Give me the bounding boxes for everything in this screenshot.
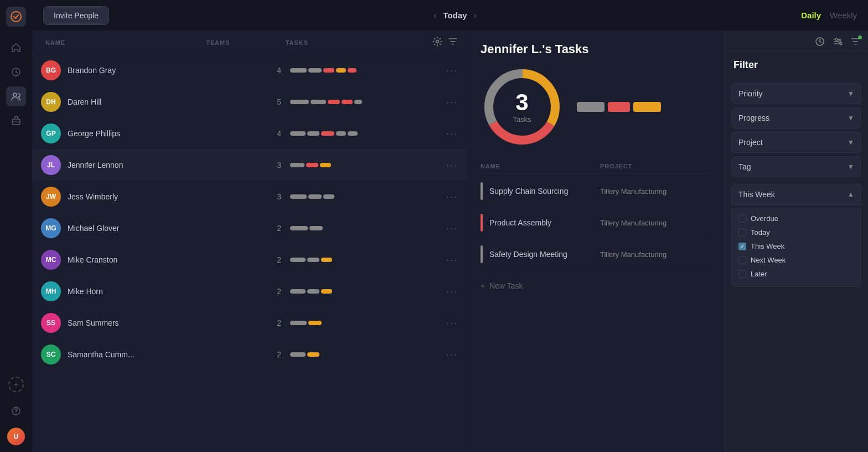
list-item[interactable]: SSSam Summers2···	[32, 307, 467, 339]
more-options-button[interactable]: ···	[446, 254, 458, 266]
more-options-button[interactable]: ···	[446, 223, 458, 234]
task-bar	[320, 163, 331, 167]
table-row[interactable]: Product AssemblyTillery Manufacturing	[480, 207, 711, 239]
tasks-table-header: NAME PROJECT	[480, 160, 711, 173]
next-date-button[interactable]: ›	[474, 11, 477, 20]
new-task-label: New Task	[489, 281, 523, 290]
list-item[interactable]: JWJess Wimberly3···	[32, 181, 467, 213]
tab-daily[interactable]: Daily	[801, 11, 821, 20]
more-options-button[interactable]: ···	[446, 96, 458, 108]
filter-option-next-week[interactable]: Next Week	[738, 253, 854, 267]
task-bars	[290, 352, 416, 357]
person-tasks-area: 2	[272, 287, 416, 296]
new-task-button[interactable]: + New Task	[480, 275, 711, 297]
task-bar	[290, 258, 306, 262]
view-tabs: Daily Weekly	[801, 11, 857, 20]
donut-center: 3 Tasks	[513, 91, 531, 124]
more-options-button[interactable]: ···	[446, 286, 458, 297]
add-workspace-button[interactable]: +	[8, 377, 24, 392]
person-tasks-area: 4	[272, 66, 416, 75]
people-icon[interactable]	[6, 86, 26, 106]
more-options-button[interactable]: ···	[446, 317, 458, 329]
filter-option-today[interactable]: Today	[738, 225, 854, 239]
person-name: Michael Glover	[68, 224, 167, 233]
briefcase-icon[interactable]	[6, 111, 26, 131]
filter-checkbox[interactable]	[738, 215, 746, 223]
toolbar-icons	[432, 37, 458, 49]
more-options-button[interactable]: ···	[446, 65, 458, 76]
task-bar	[342, 100, 353, 104]
filter-option-later[interactable]: Later	[738, 267, 854, 281]
filter-header: Filter	[725, 52, 868, 80]
col-header-tasks: TASKS	[275, 39, 428, 46]
avatar: MC	[41, 250, 61, 270]
settings-icon[interactable]	[432, 37, 442, 49]
task-count: 2	[272, 224, 281, 233]
task-accent	[480, 245, 483, 263]
task-bar	[348, 131, 358, 136]
more-options-button[interactable]: ···	[446, 160, 458, 171]
filter-checkbox[interactable]	[738, 270, 746, 278]
task-bars	[290, 258, 416, 262]
avatar: GP	[41, 124, 61, 143]
avatar: MG	[41, 218, 61, 238]
list-item[interactable]: SCSamantha Cumm...2···	[32, 339, 467, 371]
list-item[interactable]: BGBrandon Gray4···	[32, 55, 467, 86]
task-bar	[348, 68, 356, 73]
filter-dropdown-project[interactable]: Project▼	[731, 132, 861, 153]
settings-filter-icon[interactable]	[833, 37, 843, 49]
filter-panel: Filter Priority▼Progress▼Project▼Tag▼ Th…	[724, 31, 868, 452]
active-filter-icon[interactable]	[850, 37, 860, 49]
date-dropdown-header[interactable]: This Week ▲	[731, 184, 861, 205]
list-item[interactable]: MGMichael Glover2···	[32, 213, 467, 244]
list-item[interactable]: GPGeorge Phillips4···	[32, 118, 467, 150]
home-icon[interactable]	[6, 38, 26, 58]
date-dropdown-label: This Week	[738, 190, 775, 199]
list-item[interactable]: MHMike Horn2···	[32, 276, 467, 307]
filter-dropdown-label: Tag	[738, 162, 751, 171]
more-options-button[interactable]: ···	[446, 349, 458, 361]
legend-bar-orange	[633, 102, 661, 112]
invite-people-button[interactable]: Invite People	[43, 6, 109, 25]
task-bar	[290, 289, 306, 294]
list-item[interactable]: MCMike Cranston2···	[32, 244, 467, 276]
task-count: 2	[272, 319, 281, 327]
person-name: Jennifer Lennon	[68, 161, 167, 170]
filter-icon[interactable]	[448, 37, 458, 49]
filter-checkbox[interactable]	[738, 229, 746, 237]
chevron-down-icon: ▼	[848, 114, 854, 122]
clock-icon[interactable]	[6, 62, 26, 82]
filter-option-overdue[interactable]: Overdue	[738, 212, 854, 225]
tab-weekly[interactable]: Weekly	[830, 11, 857, 20]
task-bar	[307, 289, 319, 294]
help-icon[interactable]	[6, 401, 26, 421]
task-bar	[321, 258, 332, 262]
filter-dropdown-progress[interactable]: Progress▼	[731, 107, 861, 129]
list-item[interactable]: DHDaren Hill5···	[32, 86, 467, 118]
task-bar	[323, 68, 334, 73]
list-item[interactable]: JLJennifer Lennon3···	[32, 150, 467, 181]
table-row[interactable]: Safety Design MeetingTillery Manufacturi…	[480, 239, 711, 270]
avatar: DH	[41, 92, 61, 112]
more-options-button[interactable]: ···	[446, 191, 458, 203]
current-date-label: Today	[443, 11, 467, 20]
filter-checkbox[interactable]	[738, 243, 746, 250]
clock-filter-icon[interactable]	[815, 37, 825, 49]
task-donut-chart: 3 Tasks	[480, 65, 564, 148]
user-avatar[interactable]: U	[7, 428, 25, 445]
filter-option-this-week[interactable]: This Week	[738, 239, 854, 253]
filter-checkbox[interactable]	[738, 256, 746, 264]
task-bar	[336, 68, 346, 73]
task-bars	[290, 131, 416, 136]
task-count: 3	[272, 161, 281, 170]
filter-dropdown-priority[interactable]: Priority▼	[731, 83, 861, 104]
more-options-button[interactable]: ···	[446, 128, 458, 140]
table-row[interactable]: Supply Chain SourcingTillery Manufacturi…	[480, 176, 711, 207]
task-count: 2	[272, 255, 281, 264]
task-panel: Jennifer L.'s Tasks 3	[467, 31, 724, 452]
filter-dropdown-tag[interactable]: Tag▼	[731, 156, 861, 177]
prev-date-button[interactable]: ‹	[433, 11, 436, 20]
avatar: SC	[41, 345, 61, 364]
task-legend	[577, 102, 661, 112]
task-project: Tillery Manufacturing	[600, 187, 711, 196]
